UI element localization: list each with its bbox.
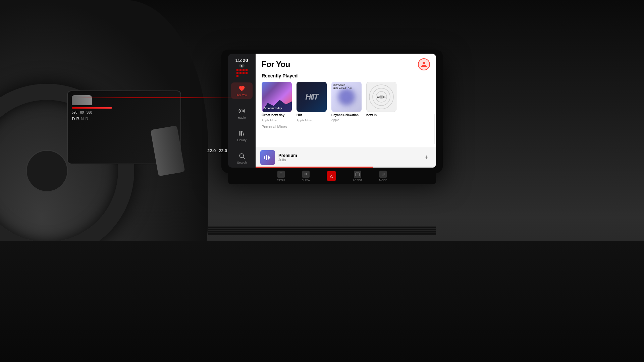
gear-n: N: [81, 116, 84, 121]
gear-indicator: D B N R: [72, 116, 176, 121]
clima-button[interactable]: ❄ CLIMA: [302, 171, 310, 182]
temp-right: 22.0: [219, 148, 227, 153]
gear-b: B: [76, 116, 79, 121]
mode-button[interactable]: ⊞ MODE: [379, 171, 387, 182]
blob-graphic: [338, 88, 355, 105]
add-to-library-button[interactable]: +: [422, 153, 431, 162]
sidebar-label-radio: Radio: [238, 116, 246, 119]
now-playing-title: Premium: [278, 153, 419, 158]
album-title-1: Great new day: [262, 113, 292, 117]
cluster-stats: 598 80 360: [72, 111, 176, 114]
album-art-hiit: Hiit: [297, 82, 327, 112]
sidebar-item-for-you[interactable]: For You: [231, 82, 253, 99]
assist-icon: [354, 171, 361, 178]
assist-label: ASSIST: [353, 179, 362, 182]
svg-point-2: [239, 154, 244, 158]
hazard-button[interactable]: △: [327, 171, 336, 181]
am-header: For You: [256, 54, 436, 73]
svg-point-12: [357, 174, 358, 175]
svg-rect-11: [356, 173, 360, 176]
clima-label: CLIMA: [302, 179, 310, 182]
sidebar-label-search: Search: [237, 161, 247, 164]
hazard-icon: △: [330, 174, 333, 178]
album-art-new-in: new in: [366, 82, 396, 112]
main-content-area: For You Recently Played Great new day Ap…: [256, 54, 436, 168]
now-playing-thumbnail: [260, 150, 275, 165]
time-display: 15:20: [235, 58, 248, 63]
now-playing-artist: Julia: [278, 158, 419, 162]
sidebar-item-search[interactable]: Search: [231, 150, 253, 166]
grid-dots: [236, 69, 248, 77]
sidebar-item-radio[interactable]: Radio: [231, 105, 253, 121]
scroll-indicator: [434, 114, 435, 144]
svg-rect-8: [266, 155, 267, 160]
album-title-3: Beyond Relaxation: [331, 113, 362, 117]
menu-icon: ☰: [277, 171, 285, 178]
personal-mixes-label: Personal Mixes: [256, 122, 436, 130]
hiit-text: Hiit: [305, 92, 318, 102]
menu-label: MENU: [277, 179, 285, 182]
sidebar-label-library: Library: [237, 138, 247, 142]
left-sidebar: 15:20 5 For You: [228, 54, 256, 168]
search-icon: [238, 152, 246, 160]
album-source-2: Apple Music: [297, 119, 327, 122]
menu-button[interactable]: ☰ MENU: [277, 171, 285, 182]
mode-label: MODE: [379, 179, 387, 182]
temp-left: 22.0: [207, 148, 216, 153]
gear-d: D: [72, 116, 75, 121]
physical-button-row: ☰ MENU ❄ CLIMA △ ASSIST ⊞ MODE: [228, 168, 436, 184]
album-item-hiit[interactable]: Hiit Hiit Apple Music: [297, 82, 327, 122]
dashboard-bottom: [0, 241, 644, 362]
album-title-4: new in: [366, 113, 396, 117]
svg-rect-0: [239, 131, 240, 135]
album-source-3: Apple: [331, 118, 362, 122]
sidebar-label-for-you: For You: [236, 94, 247, 97]
heart-icon: [238, 84, 246, 93]
touchscreen: 15:20 5 For You: [228, 54, 436, 168]
clima-icon: ❄: [302, 171, 310, 178]
svg-rect-7: [264, 156, 265, 159]
gear-r: R: [85, 116, 88, 121]
library-icon: [238, 129, 246, 137]
album-item-great-new-day[interactable]: Great new day Apple Music: [262, 82, 292, 122]
beyond-text: BEYONDRELAXATION: [333, 84, 352, 90]
svg-rect-10: [269, 157, 270, 159]
battery-stat: 598: [72, 111, 77, 114]
page-title: For You: [262, 60, 290, 69]
svg-rect-9: [268, 156, 269, 160]
svg-rect-1: [241, 131, 242, 135]
album-art-beyond: BEYONDRELAXATION: [331, 82, 362, 112]
air-vents: [208, 226, 436, 235]
now-playing-info: Premium Julia: [278, 153, 419, 162]
now-playing-bar[interactable]: Premium Julia +: [256, 147, 436, 168]
power-bar: [72, 107, 112, 109]
range-stat: 360: [87, 111, 92, 114]
album-title-2: Hiit: [297, 113, 327, 117]
user-avatar[interactable]: [418, 58, 430, 70]
speed-stat: 80: [80, 111, 84, 114]
radio-icon: [238, 107, 246, 115]
sidebar-item-library[interactable]: Library: [231, 127, 253, 144]
red-accent-line: [77, 97, 238, 98]
recently-played-label: Recently Played: [256, 73, 436, 82]
nav-group: For You Radio: [231, 82, 253, 166]
mode-icon: ⊞: [379, 171, 387, 178]
album-source-1: Apple Music: [262, 119, 292, 122]
new-in-label: new in: [377, 96, 386, 99]
waveform-icon: [264, 154, 272, 162]
album-art-great-new-day: [262, 82, 292, 112]
album-item-new-in[interactable]: new in new in: [366, 82, 396, 122]
mountain-silhouette: [262, 97, 292, 112]
cluster-top: [72, 95, 176, 105]
notification-badge: 5: [239, 64, 244, 68]
album-grid: Great new day Apple Music Hiit Hiit Appl…: [256, 82, 436, 122]
album-item-beyond-relaxation[interactable]: BEYONDRELAXATION Beyond Relaxation Apple: [331, 82, 362, 122]
assist-button[interactable]: ASSIST: [353, 171, 362, 182]
car-silhouette: [72, 95, 92, 105]
